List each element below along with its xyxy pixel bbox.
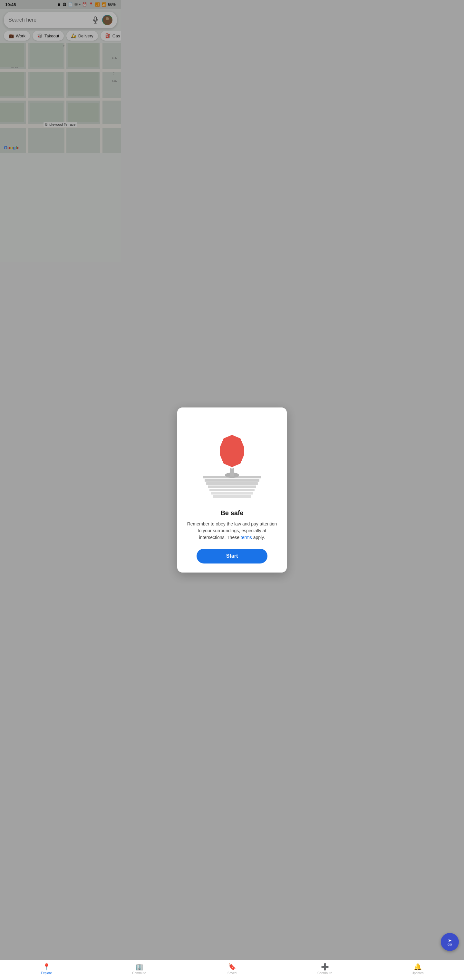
modal-overlay: Be safe Remember to obey the law and pay…: [0, 0, 121, 262]
home-page: 10:45 ⏺ 🖼 📄 ✉ • ⏰ 📍 📶 📶 66% Search here: [0, 0, 121, 262]
